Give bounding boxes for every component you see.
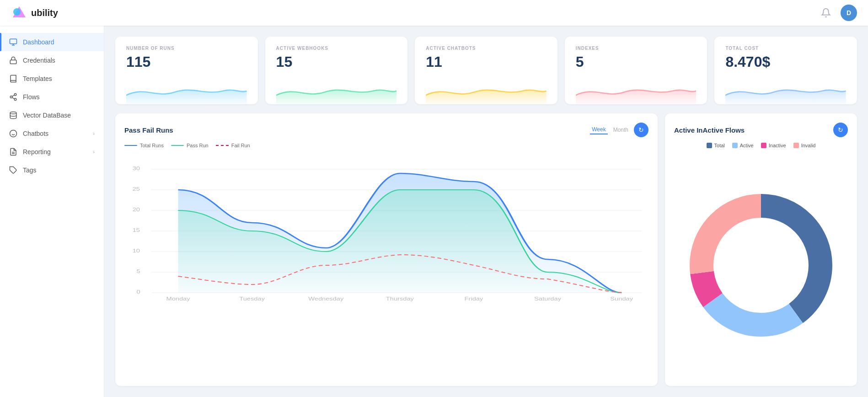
svg-text:10: 10 (133, 248, 140, 253)
svg-line-9 (12, 97, 14, 99)
legend-fail-run: Fail Run (216, 143, 250, 148)
svg-text:25: 25 (133, 187, 140, 192)
sidebar-item-templates[interactable]: Templates (0, 70, 104, 88)
svg-point-1 (13, 8, 21, 16)
svg-point-8 (14, 98, 16, 101)
stat-value-cost: 8.470$ (725, 54, 846, 70)
svg-text:0: 0 (136, 290, 140, 295)
stat-label-indexes: INDEXES (576, 46, 697, 51)
vector-database-icon (9, 111, 17, 119)
chevron-icon: › (93, 131, 95, 136)
stat-card-chatbots: ACTIVE CHATBOTS 11 (415, 37, 557, 104)
stat-card-webhooks: ACTIVE WEBHOOKS 15 (265, 37, 408, 104)
active-inactive-title: Active InActive Flows (674, 126, 745, 134)
pass-fail-svg: 0 5 10 15 20 25 30 (124, 152, 648, 303)
svg-text:20: 20 (133, 207, 140, 212)
active-inactive-chart-card: Active InActive Flows ↻ Total Active Ina… (665, 113, 857, 386)
pass-fail-legend: Total Runs Pass Run Fail Run (124, 143, 648, 148)
legend-total-runs: Total Runs (124, 143, 164, 148)
svg-text:Monday: Monday (166, 296, 190, 301)
svg-text:30: 30 (133, 166, 140, 171)
svg-text:Wednesday: Wednesday (308, 296, 344, 301)
stat-card-cost: TOTAL COST 8.470$ (714, 37, 857, 104)
svg-point-11 (10, 112, 16, 114)
app-body: Dashboard Credentials Templates Flows Ve… (0, 26, 868, 397)
legend-active: Active (732, 143, 754, 148)
dashboard-icon (9, 38, 17, 46)
sidebar: Dashboard Credentials Templates Flows Ve… (0, 26, 104, 397)
svg-text:15: 15 (133, 228, 140, 233)
pass-fail-chart-card: Pass Fail Runs Week Month ↻ Total Runs P… (115, 113, 658, 386)
svg-point-7 (10, 96, 12, 98)
logo-icon (11, 5, 27, 21)
pass-fail-chart-area: 0 5 10 15 20 25 30 (124, 152, 648, 377)
stat-label-webhooks: ACTIVE WEBHOOKS (276, 46, 397, 51)
reporting-icon (9, 148, 17, 156)
stat-value-chatbots: 11 (426, 54, 547, 70)
sidebar-item-chatbots[interactable]: Chatbots › (0, 124, 104, 143)
svg-point-6 (14, 94, 16, 96)
svg-text:Sunday: Sunday (610, 296, 633, 301)
stat-label-chatbots: ACTIVE CHATBOTS (426, 46, 547, 51)
legend-inactive: Inactive (761, 143, 786, 148)
credentials-icon (9, 56, 17, 64)
svg-rect-5 (10, 60, 16, 64)
sidebar-label-chatbots: Chatbots (23, 130, 48, 137)
legend-invalid: Invalid (793, 143, 816, 148)
pass-fail-chart-header: Pass Fail Runs Week Month ↻ (124, 123, 648, 137)
chart-controls: Week Month ↻ (590, 123, 648, 137)
stat-label-cost: TOTAL COST (725, 46, 846, 51)
svg-text:5: 5 (136, 269, 140, 274)
refresh-donut-button[interactable]: ↻ (833, 123, 848, 137)
stat-cards-row: NUMBER OF RUNS 115 ACTIVE WEBHOOKS 15 AC… (115, 37, 857, 104)
stat-label-runs: NUMBER OF RUNS (126, 46, 247, 51)
charts-row: Pass Fail Runs Week Month ↻ Total Runs P… (115, 113, 857, 386)
tab-month[interactable]: Month (611, 126, 630, 134)
pass-fail-title: Pass Fail Runs (124, 126, 173, 134)
sidebar-label-reporting: Reporting (23, 148, 51, 156)
svg-rect-2 (10, 39, 17, 44)
sidebar-label-dashboard: Dashboard (23, 38, 54, 46)
svg-text:Friday: Friday (465, 296, 484, 301)
donut-chart-area (674, 154, 848, 377)
stat-value-runs: 115 (126, 54, 247, 70)
stat-card-indexes: INDEXES 5 (565, 37, 707, 104)
sidebar-item-reporting[interactable]: Reporting › (0, 143, 104, 161)
donut-svg (683, 188, 839, 343)
logo: ubility (11, 5, 58, 21)
sidebar-item-credentials[interactable]: Credentials (0, 51, 104, 70)
sidebar-label-vector-database: Vector DataBase (23, 112, 71, 119)
refresh-button[interactable]: ↻ (634, 123, 648, 137)
legend-total: Total (707, 143, 725, 148)
donut-legend: Total Active Inactive Invalid (674, 143, 848, 148)
sidebar-label-tags: Tags (23, 166, 37, 174)
main-content: NUMBER OF RUNS 115 ACTIVE WEBHOOKS 15 AC… (104, 26, 868, 397)
nav-right: D (819, 5, 857, 21)
pass-run-fill (178, 190, 622, 293)
svg-text:Tuesday: Tuesday (239, 296, 265, 301)
notification-bell[interactable] (819, 5, 833, 20)
templates-icon (9, 75, 17, 83)
stat-value-webhooks: 15 (276, 54, 397, 70)
flows-icon (9, 93, 17, 101)
sidebar-item-vector-database[interactable]: Vector DataBase (0, 106, 104, 124)
stat-value-indexes: 5 (576, 54, 697, 70)
user-avatar[interactable]: D (841, 5, 857, 21)
sidebar-label-templates: Templates (23, 75, 52, 82)
tags-icon (9, 166, 17, 174)
sidebar-item-dashboard[interactable]: Dashboard (0, 33, 104, 51)
top-nav: ubility D (0, 0, 868, 26)
sidebar-item-flows[interactable]: Flows (0, 88, 104, 106)
chevron-icon: › (93, 149, 95, 155)
svg-point-12 (10, 130, 17, 137)
app-name: ubility (31, 8, 58, 18)
legend-pass-run: Pass Run (171, 143, 209, 148)
chatbots-icon (9, 129, 17, 138)
sidebar-item-tags[interactable]: Tags (0, 161, 104, 179)
svg-line-10 (12, 95, 14, 97)
active-inactive-header: Active InActive Flows ↻ (674, 123, 848, 137)
svg-text:Thursday: Thursday (386, 296, 414, 301)
svg-text:Saturday: Saturday (534, 296, 562, 301)
tab-week[interactable]: Week (590, 125, 607, 134)
sidebar-label-flows: Flows (23, 93, 40, 101)
